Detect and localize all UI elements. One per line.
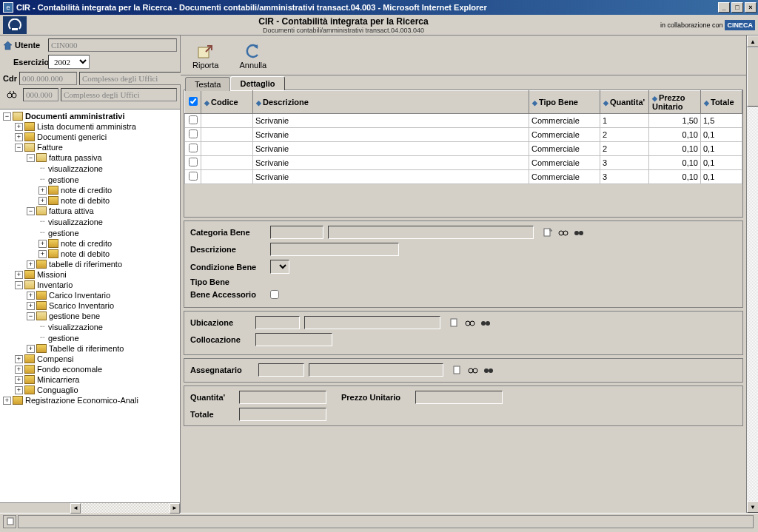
content-vscroll[interactable]: ▲ ▼ — [746, 36, 758, 513]
expand-icon[interactable]: + — [27, 345, 35, 353]
filter-icon[interactable] — [482, 363, 495, 377]
expand-icon[interactable]: + — [3, 397, 11, 405]
tree-node[interactable]: +Lista documenti amministra — [0, 121, 180, 132]
tree-label[interactable]: note di debito — [61, 196, 110, 205]
tree-label[interactable]: fattura passiva — [49, 153, 102, 162]
table-row[interactable]: ScrivanieCommerciale30,100,1 — [185, 170, 742, 184]
tree-label[interactable]: fattura attiva — [49, 206, 94, 215]
scroll-right-button[interactable]: ► — [170, 503, 180, 514]
collapse-icon[interactable]: − — [15, 144, 23, 152]
tree-node[interactable]: +note di debito — [0, 195, 180, 206]
maximize-button[interactable]: □ — [731, 2, 743, 13]
esercizio-select[interactable]: 2002 — [48, 55, 90, 69]
prezzo-unitario-field[interactable] — [415, 391, 503, 404]
tree-node[interactable]: +Conguaglio — [0, 385, 180, 395]
tree-node[interactable]: +note di credito — [0, 185, 180, 195]
expand-icon[interactable]: + — [15, 123, 23, 131]
tree-node[interactable]: +Documenti generici — [0, 132, 180, 142]
tree-node[interactable]: +tabelle di riferimento — [0, 259, 180, 269]
new-icon[interactable] — [448, 316, 461, 329]
categoria-bene-desc-field[interactable] — [328, 226, 534, 239]
new-icon[interactable] — [451, 363, 464, 377]
tree-label[interactable]: Registrazione Economico-Anali — [25, 396, 138, 405]
expand-icon[interactable]: + — [15, 386, 23, 394]
descrizione-field[interactable] — [270, 243, 399, 256]
tree-label[interactable]: Minicarriera — [37, 375, 79, 384]
tree-node[interactable]: ┈visualizzazione — [0, 321, 180, 332]
tree-label[interactable]: Documenti generici — [37, 132, 107, 141]
scroll-thumb[interactable] — [747, 47, 758, 107]
tree-node[interactable]: ┈visualizzazione — [0, 163, 180, 174]
tree-label[interactable]: Conguaglio — [37, 385, 78, 394]
expand-icon[interactable]: + — [38, 186, 47, 195]
expand-icon[interactable]: + — [27, 302, 35, 310]
expand-icon[interactable]: + — [27, 260, 35, 269]
tab-dettaglio[interactable]: Dettaglio — [230, 76, 284, 90]
tree-node[interactable]: −fattura attiva — [0, 206, 180, 216]
tree-label[interactable]: Carico Inventario — [49, 291, 110, 300]
annulla-button[interactable]: Annulla — [235, 40, 271, 71]
tree-label[interactable]: Lista documenti amministra — [37, 122, 136, 131]
row-checkbox[interactable] — [189, 158, 198, 166]
tree-node[interactable]: +note di debito — [0, 249, 180, 259]
tree-label[interactable]: gestione — [48, 334, 79, 343]
row-checkbox[interactable] — [189, 172, 198, 181]
collapse-icon[interactable]: − — [3, 112, 11, 121]
filter-icon[interactable] — [479, 316, 492, 329]
table-row[interactable]: ScrivanieCommerciale20,100,1 — [185, 142, 742, 156]
table-row[interactable]: ScrivanieCommerciale20,100,1 — [185, 128, 742, 142]
tree-label[interactable]: note di debito — [61, 249, 110, 258]
tree-node[interactable]: +Carico Inventario — [0, 290, 180, 300]
assegnatario-desc-field[interactable] — [309, 363, 443, 377]
tree-label[interactable]: tabelle di riferimento — [49, 260, 122, 269]
collocazione-field[interactable] — [255, 333, 332, 346]
col-descrizione[interactable]: ◆Descrizione — [253, 91, 529, 114]
tree-node[interactable]: ┈gestione — [0, 227, 180, 238]
tree-label[interactable]: Compensi — [37, 354, 74, 363]
scroll-down-button[interactable]: ▼ — [747, 501, 758, 513]
tree-label[interactable]: visualizzazione — [48, 323, 103, 331]
tree-label[interactable]: Scarico Inventario — [49, 301, 114, 310]
binoculars-icon[interactable] — [3, 90, 21, 100]
scroll-up-button[interactable]: ▲ — [747, 36, 758, 47]
tree-label[interactable]: visualizzazione — [48, 218, 103, 226]
tree-label[interactable]: gestione — [48, 229, 79, 238]
tree-label[interactable]: Tabelle di riferimento — [49, 344, 124, 353]
tree-node[interactable]: −Fatture — [0, 142, 180, 152]
tree-hscroll[interactable]: ◄ ► — [0, 502, 180, 513]
bene-accessorio-checkbox[interactable] — [270, 290, 279, 299]
col-select-all[interactable] — [185, 91, 201, 114]
tree-label[interactable]: note di credito — [61, 239, 112, 248]
tree-label[interactable]: Inventario — [37, 280, 73, 289]
collapse-icon[interactable]: − — [27, 312, 35, 320]
search-icon[interactable] — [466, 363, 480, 377]
tree-label[interactable]: gestione — [48, 175, 79, 184]
scroll-left-button[interactable]: ◄ — [70, 503, 81, 514]
tree-node[interactable]: −gestione bene — [0, 311, 180, 321]
expand-icon[interactable]: + — [38, 250, 47, 258]
tree-node[interactable]: −Documenti amministrativi — [0, 111, 180, 121]
tree-label[interactable]: Fatture — [37, 143, 63, 152]
ubicazione-desc-field[interactable] — [304, 316, 440, 329]
new-icon[interactable] — [541, 226, 554, 239]
tree-label[interactable]: gestione bene — [49, 312, 100, 320]
tree-node[interactable]: ┈gestione — [0, 174, 180, 185]
minimize-button[interactable]: _ — [718, 2, 730, 13]
tree-label[interactable]: Missioni — [37, 270, 67, 279]
row-checkbox[interactable] — [189, 129, 198, 138]
tree-node[interactable]: +Minicarriera — [0, 374, 180, 385]
tree-node[interactable]: +Scarico Inventario — [0, 300, 180, 311]
tree-label[interactable]: Fondo economale — [37, 365, 102, 374]
expand-icon[interactable]: + — [15, 376, 23, 384]
expand-icon[interactable]: + — [15, 366, 23, 374]
tree-node[interactable]: +Tabelle di riferimento — [0, 343, 180, 354]
table-row[interactable]: ScrivanieCommerciale11,501,5 — [185, 114, 742, 128]
expand-icon[interactable]: + — [38, 197, 47, 205]
tree-node[interactable]: ┈visualizzazione — [0, 216, 180, 227]
tree-node[interactable]: −fattura passiva — [0, 152, 180, 163]
tree-label[interactable]: visualizzazione — [48, 164, 103, 173]
close-button[interactable]: × — [745, 2, 757, 13]
collapse-icon[interactable]: − — [15, 281, 23, 289]
col-codice[interactable]: ◆Codice — [201, 91, 253, 114]
collapse-icon[interactable]: − — [27, 154, 35, 162]
